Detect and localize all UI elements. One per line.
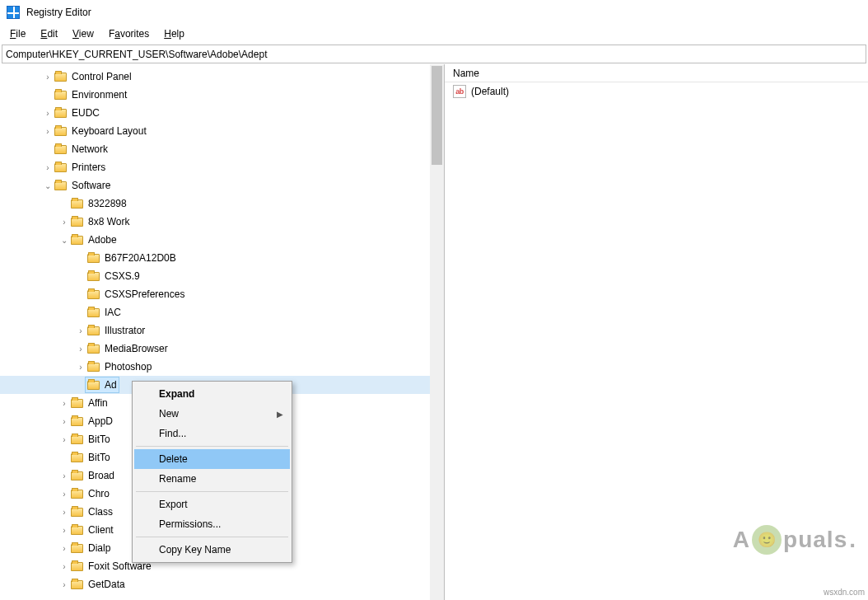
folder-icon — [54, 73, 67, 82]
context-delete[interactable]: Delete — [134, 449, 290, 469]
submenu-arrow-icon: ▶ — [277, 410, 283, 419]
folder-icon — [71, 417, 83, 426]
tree-node[interactable]: IAC — [0, 303, 444, 321]
context-copy-key-name[interactable]: Copy Key Name — [134, 540, 290, 560]
expand-closed-icon[interactable]: › — [41, 163, 54, 172]
expand-closed-icon[interactable]: › — [41, 127, 54, 136]
expand-closed-icon[interactable]: › — [58, 562, 71, 571]
folder-icon — [87, 363, 100, 372]
tree-node[interactable]: Network — [0, 140, 444, 158]
expand-closed-icon[interactable]: › — [58, 435, 71, 444]
tree-node[interactable]: ⌄Adobe — [0, 231, 444, 249]
context-export[interactable]: Export — [134, 495, 290, 514]
context-rename[interactable]: Rename — [134, 469, 290, 489]
expand-closed-icon[interactable]: › — [58, 508, 71, 517]
folder-icon — [71, 218, 83, 227]
tree-node[interactable]: Environment — [0, 86, 444, 104]
tree-node-label: GetData — [88, 579, 125, 590]
expand-closed-icon[interactable]: › — [58, 218, 71, 227]
content-area: ›Control PanelEnvironment›EUDC›Keyboard … — [0, 64, 868, 600]
folder-icon — [71, 508, 83, 517]
menu-view[interactable]: View — [66, 26, 100, 41]
menu-edit[interactable]: Edit — [34, 26, 64, 41]
folder-icon — [87, 308, 100, 317]
tree-node[interactable]: ›MediaBrowser — [0, 340, 444, 358]
tree-node-label: AppD — [88, 415, 113, 427]
values-column-header[interactable]: Name — [445, 64, 868, 82]
value-row-default[interactable]: (Default) — [445, 82, 868, 101]
folder-icon — [71, 435, 83, 444]
expand-closed-icon[interactable]: › — [58, 399, 71, 408]
watermark: A 🙂 puals . — [733, 525, 856, 555]
tree-node[interactable]: CSXSPreferences — [0, 285, 444, 303]
expand-closed-icon[interactable]: › — [58, 490, 71, 499]
context-separator — [136, 491, 288, 492]
tree-node[interactable]: ›8x8 Work — [0, 213, 444, 231]
tree-node[interactable]: 8322898 — [0, 195, 444, 213]
tree-node-label: BitTo — [88, 452, 110, 463]
tree-node[interactable]: ›Keyboard Layout — [0, 122, 444, 140]
expand-closed-icon[interactable]: › — [41, 73, 54, 82]
tree-node-label: 8x8 Work — [88, 216, 129, 227]
folder-icon — [87, 272, 100, 281]
expand-closed-icon[interactable]: › — [58, 580, 71, 589]
address-bar[interactable]: Computer\HKEY_CURRENT_USER\Software\Adob… — [2, 45, 866, 63]
folder-icon — [54, 145, 67, 154]
expand-closed-icon[interactable]: › — [74, 326, 87, 335]
folder-icon — [71, 544, 83, 553]
expand-closed-icon[interactable]: › — [74, 345, 87, 354]
folder-icon — [71, 562, 83, 571]
tree-node[interactable]: ›Photoshop — [0, 358, 444, 376]
expand-open-icon[interactable]: ⌄ — [41, 181, 54, 190]
tree-node[interactable]: ›Illustrator — [0, 321, 444, 340]
value-name: (Default) — [471, 86, 509, 97]
folder-icon — [54, 109, 67, 118]
folder-icon — [71, 199, 83, 209]
tree-scrollbar[interactable] — [430, 64, 444, 600]
tree-node-label: Photoshop — [105, 361, 152, 373]
context-expand[interactable]: Expand — [134, 384, 290, 404]
folder-icon — [54, 91, 67, 100]
expand-closed-icon[interactable]: › — [58, 526, 71, 535]
tree-node-label: Chro — [88, 488, 110, 499]
tree-node-label: Affin — [88, 397, 108, 409]
folder-icon — [54, 181, 67, 190]
expand-closed-icon[interactable]: › — [58, 544, 71, 553]
menu-file[interactable]: File — [3, 26, 32, 41]
tree-node-label: B67F20A12D0B — [105, 252, 176, 264]
expand-closed-icon[interactable]: › — [58, 417, 71, 426]
tree-node[interactable]: CSXS.9 — [0, 267, 444, 285]
expand-open-icon[interactable]: ⌄ — [58, 236, 71, 245]
tree-node-label: Adobe — [88, 234, 117, 246]
tree-node[interactable]: ›Control Panel — [0, 68, 444, 86]
tree-node-label: MediaBrowser — [105, 343, 168, 354]
context-permissions[interactable]: Permissions... — [134, 514, 290, 534]
tree-node[interactable]: ›EUDC — [0, 104, 444, 122]
tree-node[interactable]: ›GetData — [0, 575, 444, 593]
regedit-app-icon — [7, 6, 20, 19]
tree-node-label: 8322898 — [88, 198, 127, 209]
window-title: Registry Editor — [26, 7, 91, 18]
tree-node[interactable]: B67F20A12D0B — [0, 249, 444, 267]
menu-favorites[interactable]: Favorites — [102, 26, 156, 41]
tree-node[interactable]: ⌄Software — [0, 176, 444, 195]
values-pane: Name (Default) — [445, 64, 868, 600]
scrollbar-thumb[interactable] — [432, 66, 442, 165]
tree-node-label: Control Panel — [72, 71, 132, 82]
expand-closed-icon[interactable]: › — [41, 109, 54, 118]
tree-node-label: Printers — [72, 162, 105, 173]
context-new[interactable]: New▶ — [134, 404, 290, 424]
folder-icon — [71, 453, 83, 462]
expand-closed-icon[interactable]: › — [58, 471, 71, 480]
folder-icon — [87, 381, 100, 390]
tree-node-label: IAC — [105, 307, 121, 318]
menu-help[interactable]: Help — [157, 26, 191, 41]
tree-node-label: Dialp — [88, 542, 110, 554]
folder-icon — [54, 127, 67, 136]
expand-closed-icon[interactable]: › — [74, 363, 87, 372]
context-find[interactable]: Find... — [134, 424, 290, 443]
watermark-logo-icon: 🙂 — [752, 525, 782, 555]
tree-node-label: Ad — [105, 379, 117, 391]
column-name: Name — [453, 68, 479, 79]
tree-node[interactable]: ›Printers — [0, 158, 444, 176]
